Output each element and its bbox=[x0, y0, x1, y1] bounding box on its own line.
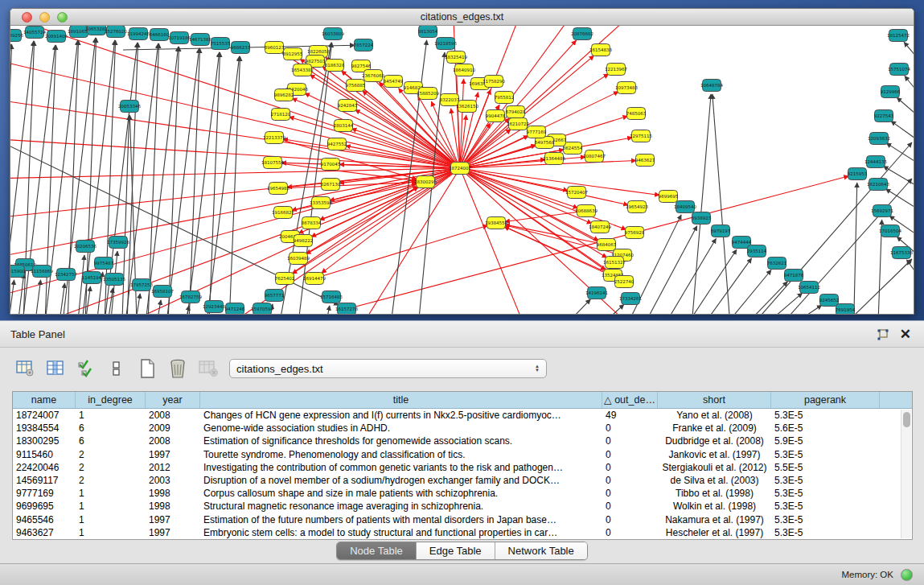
table-cell-year[interactable]: 1997 bbox=[146, 526, 200, 539]
table-cell-title[interactable]: Corpus callosum shape and size in male p… bbox=[200, 487, 602, 500]
network-node[interactable]: 10807467 bbox=[583, 150, 606, 163]
column-header-title[interactable]: title bbox=[200, 392, 602, 408]
network-edge[interactable] bbox=[322, 306, 330, 314]
network-canvas[interactable]: 1663925614055724208914061891065410653287… bbox=[10, 26, 914, 314]
network-node[interactable]: 16151327 bbox=[603, 257, 626, 269]
network-node[interactable]: 19654923 bbox=[626, 201, 648, 213]
network-node[interactable]: 2522740 bbox=[614, 276, 634, 288]
table-cell-pagerank[interactable]: 5.3E-5 bbox=[771, 474, 880, 487]
table-cell-title[interactable]: Disruption of a novel member of a sodium… bbox=[200, 474, 602, 487]
network-node[interactable]: 20876682 bbox=[571, 28, 593, 40]
network-node[interactable]: 11758290 bbox=[483, 76, 505, 88]
network-node[interactable]: 9886237 bbox=[231, 42, 251, 54]
network-node[interactable]: 9242843 bbox=[338, 100, 358, 112]
network-edge[interactable] bbox=[633, 226, 697, 314]
network-node[interactable]: 9463627 bbox=[635, 154, 655, 167]
network-node[interactable]: 13353594 bbox=[310, 197, 332, 209]
column-header-year[interactable]: year bbox=[146, 392, 200, 408]
network-node[interactable]: 10688639 bbox=[575, 205, 598, 217]
scrollbar-thumb[interactable] bbox=[903, 412, 910, 427]
select-columns-icon[interactable] bbox=[45, 358, 66, 379]
network-node[interactable]: 16154838 bbox=[589, 44, 612, 56]
network-node[interactable]: 9227543 bbox=[874, 110, 894, 122]
network-node[interactable]: 20053346 bbox=[118, 101, 141, 113]
table-settings-icon[interactable] bbox=[14, 358, 35, 379]
table-cell-in_degree[interactable]: 1 bbox=[76, 409, 146, 422]
table-cell-in_degree[interactable]: 1 bbox=[76, 487, 146, 500]
column-header-name[interactable]: name bbox=[13, 392, 76, 408]
network-edge[interactable] bbox=[762, 179, 912, 314]
network-node[interactable]: 9777169 bbox=[527, 126, 547, 138]
table-cell-title[interactable]: Structural magnetic resonance image aver… bbox=[200, 500, 602, 513]
column-header-in_degree[interactable]: in_degree bbox=[76, 392, 146, 408]
column-header-pagerank[interactable]: pagerank bbox=[771, 392, 880, 408]
table-cell-in_degree[interactable]: 6 bbox=[76, 422, 146, 435]
network-node[interactable]: 12093832 bbox=[868, 133, 890, 145]
network-node[interactable]: 2718120 bbox=[271, 109, 291, 121]
network-edge[interactable] bbox=[76, 255, 84, 314]
table-cell-title[interactable]: Tourette syndrome. Phenomenology and cla… bbox=[200, 448, 602, 461]
network-node[interactable]: 14196141 bbox=[585, 287, 608, 299]
network-node[interactable]: 16543382 bbox=[291, 64, 314, 76]
network-node[interactable]: 7632621 bbox=[767, 257, 787, 270]
network-node[interactable]: 9657771 bbox=[265, 290, 285, 302]
network-node[interactable]: 18407249 bbox=[589, 221, 611, 233]
tab-node-table[interactable]: Node Table bbox=[337, 542, 417, 559]
network-node[interactable]: 11156869 bbox=[31, 266, 53, 278]
network-node[interactable]: 18640910 bbox=[453, 64, 475, 76]
delete-table-icon[interactable] bbox=[198, 358, 219, 379]
network-node[interactable]: 8960123 bbox=[265, 42, 285, 54]
table-row[interactable]: 1456911722003Disruption of a novel membe… bbox=[13, 474, 912, 487]
table-cell-short[interactable]: Wolkin et al. (1998) bbox=[658, 500, 771, 513]
table-cell-year[interactable]: 2003 bbox=[146, 474, 200, 487]
table-cell-pagerank[interactable]: 5.3E-5 bbox=[771, 526, 880, 539]
network-edge[interactable] bbox=[578, 304, 624, 314]
table-cell-out_degree[interactable]: 0 bbox=[602, 513, 658, 526]
network-edge[interactable] bbox=[905, 76, 914, 96]
network-node[interactable]: 8471876 bbox=[784, 270, 804, 282]
network-edge[interactable] bbox=[153, 300, 161, 314]
network-edge[interactable] bbox=[10, 98, 460, 168]
network-edge[interactable] bbox=[761, 305, 822, 314]
network-edge[interactable] bbox=[10, 138, 460, 168]
network-node[interactable]: 9245652 bbox=[819, 295, 840, 307]
network-node[interactable]: 20891406 bbox=[45, 31, 68, 43]
table-cell-in_degree[interactable]: 1 bbox=[76, 513, 146, 526]
network-node[interactable]: 16914479 bbox=[303, 273, 326, 285]
table-cell-name[interactable]: 18300295 bbox=[13, 435, 76, 447]
network-node[interactable]: 9756885 bbox=[346, 80, 366, 92]
network-node[interactable]: 15276020 bbox=[105, 26, 127, 38]
table-cell-year[interactable]: 1997 bbox=[146, 448, 200, 461]
network-edge[interactable] bbox=[10, 280, 14, 314]
network-edge[interactable] bbox=[904, 42, 914, 62]
network-node[interactable]: 12975115 bbox=[630, 130, 652, 142]
table-cell-title[interactable]: Estimation of significance thresholds fo… bbox=[200, 435, 602, 447]
network-node[interactable]: 18107554 bbox=[261, 157, 284, 169]
table-cell-out_degree[interactable]: 49 bbox=[602, 409, 658, 422]
network-edge[interactable] bbox=[184, 52, 220, 314]
table-cell-out_degree[interactable]: 0 bbox=[602, 500, 658, 513]
table-cell-name[interactable]: 18724007 bbox=[13, 409, 76, 422]
table-cell-out_degree[interactable]: 0 bbox=[602, 461, 658, 474]
network-node[interactable]: 9975487 bbox=[94, 257, 114, 270]
network-node[interactable]: 7515535 bbox=[211, 38, 231, 50]
table-cell-pagerank[interactable]: 5.3E-5 bbox=[771, 500, 880, 513]
table-cell-short[interactable]: Stergiakouli et al. (2012) bbox=[658, 461, 771, 474]
network-node[interactable]: 9699695 bbox=[659, 191, 679, 203]
network-node[interactable]: 16958107 bbox=[151, 286, 174, 298]
network-node[interactable]: 13626150 bbox=[456, 101, 478, 113]
new-table-icon[interactable] bbox=[137, 358, 158, 379]
table-row[interactable]: 911546021997Tourette syndrome. Phenomeno… bbox=[13, 448, 912, 461]
network-edge[interactable] bbox=[708, 270, 771, 314]
network-edge[interactable] bbox=[545, 299, 590, 314]
network-node[interactable]: 18409540 bbox=[674, 201, 696, 213]
table-cell-short[interactable]: Tibbo et al. (1998) bbox=[658, 487, 771, 500]
table-cell-year[interactable]: 2012 bbox=[146, 461, 200, 474]
table-cell-year[interactable]: 2009 bbox=[146, 422, 200, 435]
network-node[interactable]: 17334261 bbox=[619, 293, 642, 305]
network-node[interactable]: 16210722 bbox=[507, 118, 529, 130]
network-node[interactable]: 18300295 bbox=[414, 176, 437, 188]
table-cell-short[interactable]: Dudbridge et al. (2008) bbox=[658, 435, 771, 447]
table-cell-title[interactable]: Changes of HCN gene expression and I(f) … bbox=[200, 409, 602, 422]
network-node[interactable]: 12342757 bbox=[55, 269, 77, 281]
